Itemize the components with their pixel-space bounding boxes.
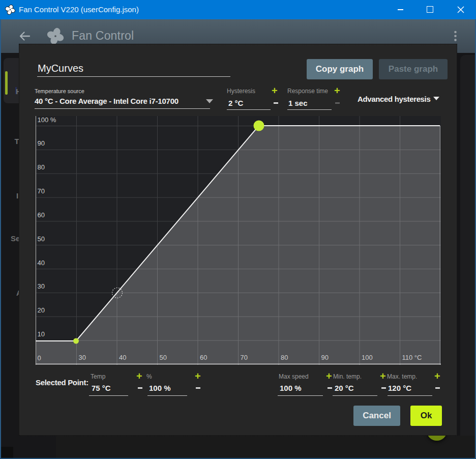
svg-text:100 %: 100 % bbox=[38, 116, 56, 124]
svg-text:30: 30 bbox=[38, 282, 45, 290]
svg-text:50: 50 bbox=[38, 235, 45, 243]
svg-text:10: 10 bbox=[38, 330, 45, 338]
svg-text:60: 60 bbox=[200, 354, 207, 361]
svg-text:20: 20 bbox=[38, 306, 45, 314]
svg-text:30: 30 bbox=[79, 354, 86, 361]
svg-text:40: 40 bbox=[38, 259, 45, 267]
svg-text:70: 70 bbox=[38, 187, 45, 195]
svg-text:60: 60 bbox=[38, 211, 45, 219]
svg-text:0: 0 bbox=[38, 354, 41, 362]
svg-text:80: 80 bbox=[281, 354, 288, 361]
svg-text:90: 90 bbox=[321, 354, 329, 361]
svg-text:50: 50 bbox=[160, 354, 167, 361]
svg-text:100: 100 bbox=[362, 354, 373, 361]
svg-text:40: 40 bbox=[119, 354, 126, 361]
svg-text:90: 90 bbox=[38, 139, 45, 147]
svg-text:80: 80 bbox=[38, 163, 45, 171]
svg-text:110 °C: 110 °C bbox=[402, 354, 422, 361]
svg-text:70: 70 bbox=[241, 354, 248, 361]
